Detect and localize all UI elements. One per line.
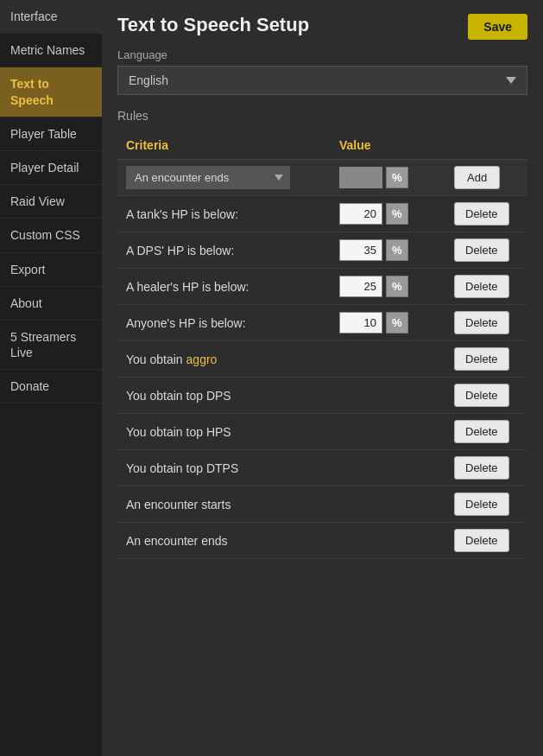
- action-cell: Delete: [445, 232, 527, 269]
- value-input[interactable]: [339, 312, 382, 334]
- sidebar-item-about[interactable]: About: [0, 287, 102, 321]
- delete-button[interactable]: Delete: [454, 275, 509, 298]
- criteria-cell: A tank's HP is below:: [117, 196, 331, 232]
- value-cell: %: [331, 232, 445, 269]
- criteria-cell: An encounter ends: [117, 523, 331, 559]
- save-button[interactable]: Save: [468, 14, 527, 40]
- delete-button[interactable]: Delete: [454, 529, 509, 552]
- table-row: A tank's HP is below:%Delete: [117, 196, 527, 232]
- sidebar-item-interface[interactable]: Interface: [0, 0, 102, 34]
- criteria-cell: You obtain top DTPS: [117, 450, 331, 486]
- value-cell: %: [331, 196, 445, 232]
- rules-label: Rules: [117, 109, 527, 123]
- sidebar-item-custom-css[interactable]: Custom CSS: [0, 219, 102, 252]
- delete-button[interactable]: Delete: [454, 456, 509, 480]
- add-percent-label: %: [386, 167, 408, 188]
- value-cell: %: [331, 269, 445, 305]
- add-criteria-cell: An encounter endsAn encounter startsA ta…: [117, 160, 331, 196]
- sidebar-item-export[interactable]: Export: [0, 253, 102, 287]
- criteria-cell: You obtain aggro: [117, 341, 331, 378]
- action-cell: Delete: [445, 341, 527, 378]
- table-row: Anyone's HP is below:%Delete: [117, 305, 527, 341]
- page-title: Text to Speech Setup: [117, 14, 309, 36]
- table-row: You obtain top DTPSDelete: [117, 450, 527, 486]
- delete-button[interactable]: Delete: [454, 384, 509, 407]
- value-cell: [331, 450, 445, 486]
- action-cell: Delete: [445, 196, 527, 232]
- value-cell: [331, 341, 445, 378]
- add-action-cell: Add: [445, 160, 527, 196]
- value-cell: [331, 523, 445, 559]
- value-input[interactable]: [339, 276, 382, 297]
- value-input[interactable]: [339, 203, 382, 225]
- delete-button[interactable]: Delete: [454, 311, 509, 334]
- add-rule-button[interactable]: Add: [454, 166, 500, 189]
- language-label: Language: [117, 48, 527, 61]
- sidebar-item-player-table[interactable]: Player Table: [0, 118, 102, 151]
- action-cell: Delete: [445, 450, 527, 486]
- add-value-input[interactable]: [339, 167, 382, 188]
- criteria-cell: You obtain top DPS: [117, 378, 331, 414]
- percent-label: %: [386, 276, 408, 297]
- rules-table: Criteria Value An encounter endsAn encou…: [117, 131, 527, 559]
- table-row: You obtain aggroDelete: [117, 341, 527, 378]
- value-cell: [331, 414, 445, 450]
- table-row: You obtain top DPSDelete: [117, 378, 527, 414]
- table-row: An encounter endsDelete: [117, 523, 527, 559]
- add-value-cell: %: [331, 160, 445, 196]
- percent-label: %: [386, 239, 408, 261]
- action-cell: Delete: [445, 414, 527, 450]
- sidebar: InterfaceMetric NamesText to SpeechPlaye…: [0, 0, 102, 756]
- value-cell: [331, 378, 445, 414]
- criteria-cell: A healer's HP is below:: [117, 269, 331, 305]
- sidebar-item-metric-names[interactable]: Metric Names: [0, 34, 102, 67]
- col-criteria: Criteria: [117, 131, 331, 160]
- col-actions: [445, 131, 527, 160]
- sidebar-item-player-detail[interactable]: Player Detail: [0, 151, 102, 185]
- sidebar-item-5-streamers-live[interactable]: 5 Streamers Live: [0, 321, 102, 370]
- criteria-dropdown[interactable]: An encounter endsAn encounter startsA ta…: [126, 166, 290, 189]
- criteria-cell: A DPS' HP is below:: [117, 232, 331, 269]
- table-row: A DPS' HP is below:%Delete: [117, 232, 527, 269]
- page-header: Text to Speech Setup Save: [117, 14, 527, 40]
- sidebar-item-donate[interactable]: Donate: [0, 370, 102, 403]
- sidebar-item-raid-view[interactable]: Raid View: [0, 185, 102, 219]
- delete-button[interactable]: Delete: [454, 492, 509, 516]
- criteria-cell: Anyone's HP is below:: [117, 305, 331, 341]
- table-row: An encounter startsDelete: [117, 486, 527, 523]
- action-cell: Delete: [445, 523, 527, 559]
- table-row: A healer's HP is below:%Delete: [117, 269, 527, 305]
- value-cell: [331, 486, 445, 523]
- action-cell: Delete: [445, 305, 527, 341]
- delete-button[interactable]: Delete: [454, 238, 509, 262]
- value-cell: %: [331, 305, 445, 341]
- table-row: You obtain top HPSDelete: [117, 414, 527, 450]
- main-content: Text to Speech Setup Save Language Engli…: [102, 0, 543, 756]
- action-cell: Delete: [445, 486, 527, 523]
- percent-label: %: [386, 312, 408, 334]
- action-cell: Delete: [445, 378, 527, 414]
- delete-button[interactable]: Delete: [454, 347, 509, 371]
- delete-button[interactable]: Delete: [454, 420, 509, 443]
- sidebar-item-text-to-speech[interactable]: Text to Speech: [0, 67, 102, 117]
- add-rule-row: An encounter endsAn encounter startsA ta…: [117, 160, 527, 196]
- col-value: Value: [331, 131, 445, 160]
- percent-label: %: [386, 203, 408, 225]
- action-cell: Delete: [445, 269, 527, 305]
- language-select[interactable]: English: [117, 66, 527, 95]
- criteria-cell: An encounter starts: [117, 486, 331, 523]
- value-input[interactable]: [339, 239, 382, 261]
- criteria-cell: You obtain top HPS: [117, 414, 331, 450]
- delete-button[interactable]: Delete: [454, 202, 509, 226]
